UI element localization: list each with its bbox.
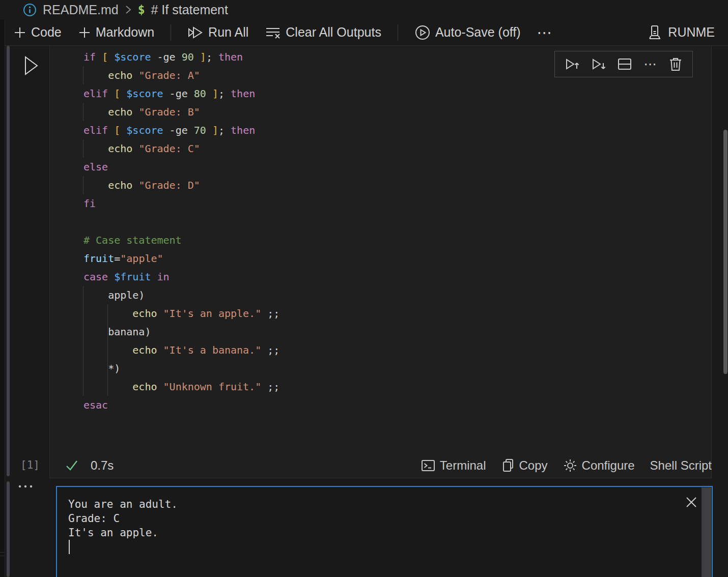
info-icon[interactable]	[23, 3, 37, 17]
output-focus-bar[interactable]	[7, 481, 10, 577]
configure-label: Configure	[582, 458, 635, 473]
execute-above-icon[interactable]	[565, 56, 580, 72]
notebook-toolbar: Code Markdown Run All	[0, 19, 728, 46]
success-check-icon	[65, 459, 79, 472]
auto-save-icon	[414, 24, 431, 41]
copy-label: Copy	[519, 458, 548, 473]
output-menu-button[interactable]	[17, 483, 35, 489]
breadcrumb-cell-title[interactable]: # If statement	[151, 3, 228, 17]
notebook-window: README.md $ # If statement Code Markdown	[0, 0, 728, 577]
output-scrollbar[interactable]	[702, 487, 711, 577]
code-lines: if [ $score -ge 90 ]; then echo "Grade: …	[83, 48, 279, 414]
cell-focus-bar[interactable]	[7, 46, 10, 476]
cell-status-right: Terminal Copy Configure Shell Script	[421, 453, 712, 478]
plus-icon	[78, 26, 91, 39]
runme-icon	[647, 24, 663, 41]
add-code-cell-button[interactable]: Code	[13, 25, 62, 40]
execution-duration: 0.7s	[91, 458, 114, 473]
cell-output-terminal[interactable]: You are an adult.Grade: CIt's an apple.	[56, 486, 713, 577]
editor-left-rail	[0, 19, 5, 577]
add-markdown-cell-button[interactable]: Markdown	[78, 25, 154, 40]
toolbar-divider	[398, 24, 398, 41]
delete-cell-icon[interactable]	[668, 56, 683, 72]
breadcrumb-cell-kind: $	[138, 3, 145, 16]
more-actions-icon[interactable]: ⋯	[643, 56, 657, 72]
runme-button[interactable]: RUNME	[647, 24, 715, 41]
terminal-button[interactable]: Terminal	[421, 458, 486, 473]
clear-all-outputs-label: Clear All Outputs	[286, 25, 381, 40]
terminal-label: Terminal	[440, 458, 486, 473]
rail-divider	[0, 552, 5, 553]
output-line: It's an apple.	[68, 526, 178, 540]
window-scrollbar[interactable]	[723, 130, 727, 374]
cell-toolbar: ⋯	[554, 51, 693, 77]
breadcrumb: README.md $ # If statement	[0, 0, 728, 19]
run-cell-button[interactable]	[23, 53, 39, 78]
plus-icon	[13, 26, 26, 39]
auto-save-toggle[interactable]: Auto-Save (off)	[414, 24, 521, 41]
split-cell-icon[interactable]	[617, 56, 632, 72]
clear-all-outputs-button[interactable]: Clear All Outputs	[265, 25, 381, 40]
toolbar-divider	[171, 24, 171, 41]
copy-icon	[501, 458, 515, 473]
terminal-cursor	[69, 540, 70, 554]
cell-code-editor[interactable]: if [ $score -ge 90 ]; then echo "Grade: …	[49, 46, 712, 478]
runme-label: RUNME	[668, 25, 715, 40]
terminal-icon	[421, 458, 435, 473]
auto-save-label: Auto-Save (off)	[435, 25, 521, 40]
language-picker[interactable]: Shell Script	[650, 458, 712, 473]
breadcrumb-file[interactable]: README.md	[43, 3, 119, 17]
add-code-label: Code	[31, 25, 62, 40]
configure-button[interactable]: Configure	[563, 458, 635, 473]
add-markdown-label: Markdown	[96, 25, 154, 40]
close-icon[interactable]	[685, 496, 697, 508]
chevron-right-icon	[125, 5, 132, 15]
clear-all-outputs-icon	[265, 25, 281, 40]
output-line: You are an adult.	[68, 497, 178, 511]
run-all-label: Run All	[208, 25, 248, 40]
output-line: Grade: C	[68, 511, 178, 526]
gear-icon	[563, 458, 577, 473]
run-all-button[interactable]: Run All	[187, 25, 248, 40]
toolbar-more-actions-button[interactable]: ⋯	[537, 23, 553, 41]
rail-divider	[0, 556, 5, 556]
copy-button[interactable]: Copy	[501, 458, 548, 473]
output-text: You are an adult.Grade: CIt's an apple.	[68, 497, 178, 540]
execution-count: [1]	[20, 459, 40, 471]
execute-below-icon[interactable]	[591, 56, 606, 72]
run-all-icon	[187, 25, 204, 40]
cell-status-left: 0.7s	[65, 453, 114, 478]
